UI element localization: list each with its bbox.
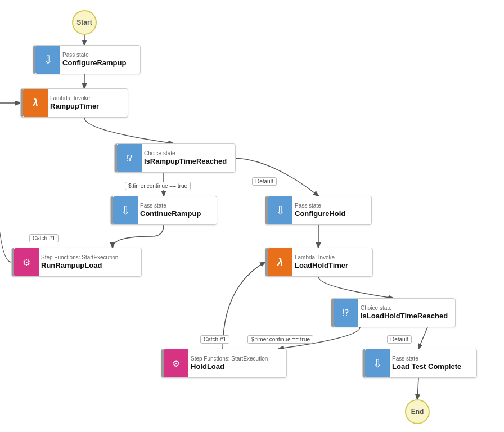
node-type-label: Step Functions: StartExecution	[41, 254, 136, 261]
node-is-rampup-time[interactable]: ⁉ Choice state IsRampupTimeReached	[114, 143, 236, 173]
node-type-label: Lambda: Invoke	[295, 254, 367, 261]
node-type-label: Lambda: Invoke	[50, 94, 122, 102]
node-name-label: RampupTimer	[50, 102, 122, 111]
node-type-label: Choice state	[144, 150, 230, 157]
edge-label-catch1-rampup: Catch #1	[29, 234, 58, 242]
pass-icon-configure-rampup: ⇩	[35, 46, 60, 74]
node-name-label: HoldLoad	[191, 362, 281, 372]
node-type-label: Pass state	[392, 355, 471, 362]
diagram-container: Start ⇩ Pass state ConfigureRampup λ Lam…	[0, 0, 504, 432]
node-name-label: ContinueRampup	[140, 209, 211, 219]
edge-label-timer-continue-hold: $.timer.continue == true	[248, 335, 313, 344]
pass-icon-hold: ⇩	[268, 196, 292, 224]
node-content: Choice state IsLoadHoldTimeReached	[358, 301, 455, 325]
node-content: Pass state ConfigureRampup	[60, 48, 140, 71]
node-run-rampup-load[interactable]: ⚙ Step Functions: StartExecution RunRamp…	[11, 248, 142, 277]
node-type-label: Pass state	[140, 202, 211, 209]
start-node[interactable]: Start	[72, 10, 97, 35]
node-name-label: Load Test Complete	[392, 362, 471, 372]
lambda-icon-rampup: λ	[23, 89, 48, 117]
node-type-label: Step Functions: StartExecution	[191, 355, 281, 362]
node-name-label: RunRampupLoad	[41, 261, 136, 271]
node-content: Choice state IsRampupTimeReached	[142, 146, 235, 170]
node-type-label: Pass state	[295, 202, 366, 209]
node-load-test-complete[interactable]: ⇩ Pass state Load Test Complete	[362, 349, 477, 378]
node-content: Lambda: Invoke LoadHoldTimer	[292, 250, 372, 274]
node-name-label: LoadHoldTimer	[295, 261, 367, 271]
node-name-label: IsRampupTimeReached	[144, 157, 230, 166]
end-label: End	[411, 408, 424, 416]
end-node[interactable]: End	[405, 399, 430, 424]
node-load-hold-timer[interactable]: λ Lambda: Invoke LoadHoldTimer	[265, 248, 373, 277]
pass-icon-continue: ⇩	[113, 196, 138, 224]
node-name-label: ConfigureHold	[295, 209, 366, 219]
choice-icon-load: ⁉	[334, 299, 358, 327]
edge-label-default-hold: Default	[387, 335, 412, 344]
edge-label-catch1-hold: Catch #1	[200, 335, 230, 344]
node-rampup-timer[interactable]: λ Lambda: Invoke RampupTimer	[20, 88, 128, 118]
node-content: Step Functions: StartExecution RunRampup…	[39, 250, 141, 274]
edge-label-timer-continue-rampup: $.timer.continue == true	[125, 182, 191, 190]
pass-icon-complete: ⇩	[365, 349, 390, 377]
node-type-label: Pass state	[62, 51, 134, 58]
node-name-label: ConfigureRampup	[62, 58, 134, 68]
stepfn-icon-rampup: ⚙	[14, 248, 39, 276]
node-is-load-hold[interactable]: ⁉ Choice state IsLoadHoldTimeReached	[331, 298, 456, 327]
node-continue-rampup[interactable]: ⇩ Pass state ContinueRampup	[110, 196, 217, 225]
node-type-label: Choice state	[361, 304, 449, 312]
stepfn-icon-hold: ⚙	[164, 349, 188, 377]
node-content: Step Functions: StartExecution HoldLoad	[188, 352, 286, 375]
node-hold-load[interactable]: ⚙ Step Functions: StartExecution HoldLoa…	[161, 349, 287, 378]
node-content: Pass state ContinueRampup	[138, 199, 217, 222]
edge-label-default-rampup: Default	[252, 177, 277, 186]
start-label: Start	[76, 19, 92, 26]
node-configure-rampup[interactable]: ⇩ Pass state ConfigureRampup	[33, 45, 141, 74]
node-name-label: IsLoadHoldTimeReached	[361, 312, 449, 321]
node-configure-hold[interactable]: ⇩ Pass state ConfigureHold	[265, 196, 372, 225]
choice-icon-rampup: ⁉	[117, 144, 142, 172]
lambda-icon-hold: λ	[268, 248, 292, 276]
node-content: Pass state ConfigureHold	[292, 199, 371, 222]
node-content: Lambda: Invoke RampupTimer	[48, 91, 128, 115]
node-content: Pass state Load Test Complete	[390, 352, 476, 375]
